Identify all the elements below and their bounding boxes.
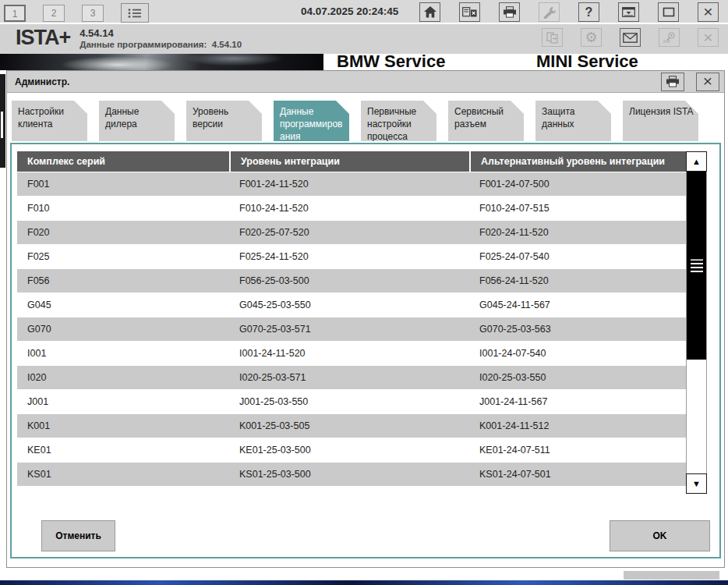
help-button[interactable]: ? [578,2,599,22]
bottom-strip [0,580,728,585]
close-session-button[interactable]: × [698,28,719,47]
printer-icon [503,6,517,18]
workshop-tools-button[interactable] [539,2,560,22]
cell: KS01 [17,463,229,486]
table-body: F001F001-24-11-520F001-24-07-500F010F010… [17,172,691,486]
column-header-1: Комплекс серий [17,151,229,172]
cell: F025-24-11-520 [229,244,469,268]
tab-data-protection[interactable]: Защита данных [535,101,611,141]
cell: G070-25-03-571 [229,317,469,341]
hide-panel-button[interactable] [618,2,639,22]
cell: KS01-24-07-501 [469,463,691,486]
close-app-button[interactable]: × [698,2,719,22]
cell: I020-25-03-550 [469,366,691,389]
scrollbar-grip-icon [691,259,703,272]
mail-button[interactable] [620,28,641,47]
page-button-1[interactable]: 1 [4,5,26,22]
scrollbar-track[interactable] [686,172,707,473]
cell: F001-24-11-520 [229,172,469,196]
table-row[interactable]: KE01KE01-25-03-500KE01-24-07-511 [17,438,691,462]
connection-manager-button[interactable] [459,2,480,22]
maximize-button[interactable] [658,2,679,22]
secondary-toolbar-icons: ⚙ AIR [542,28,719,47]
cell: K001-24-11-512 [469,414,691,438]
app-title-block: ISTA+ 4.54.14 Данные программирования: 4… [16,26,242,50]
ista-app-window: 1 2 3 04.07.2025 20:24:45 [0,0,728,585]
tab-initial-process-settings[interactable]: Первичные настройки процесса [361,101,436,141]
column-header-2: Уровень интеграции [229,151,469,172]
table-row[interactable]: J001J001-25-03-550J001-24-11-567 [17,389,691,413]
home-icon [423,6,437,18]
table-row[interactable]: K001K001-25-03-505K001-24-11-512 [17,414,691,438]
tab-content-panel: Комплекс серийУровень интеграцииАльтерна… [10,143,721,558]
table-row[interactable]: I020I020-25-03-571I020-25-03-550 [17,366,691,389]
home-button[interactable] [419,2,440,22]
printer-icon [666,76,680,87]
dialog-title: Администр. [15,76,69,87]
cell: F010-24-11-520 [229,196,469,220]
maximize-icon [663,7,675,17]
panel-down-icon [622,7,635,17]
cell: F001 [17,172,229,196]
help-icon: ? [585,5,593,20]
background-edge [0,74,5,168]
cell: KE01-25-03-500 [229,438,469,462]
cell: G045-25-03-550 [229,292,469,317]
cell: I020-25-03-571 [229,366,469,389]
page-nav: 1 2 3 [4,3,149,23]
table-row[interactable]: G045G045-25-03-550G045-24-11-567 [17,292,691,317]
brand-row: BMW Service MINI Service [0,54,728,70]
cell: F010 [17,196,229,220]
cell: J001-25-03-550 [229,389,469,413]
tab-dealer-data[interactable]: Данные дилера [99,101,175,141]
operations-list-button[interactable] [121,3,149,23]
taskbar-fragment [624,571,719,580]
table-row[interactable]: F056F056-25-03-500F056-24-11-520 [17,269,691,292]
cell: F025-24-07-540 [469,244,691,268]
cell: G070-25-03-563 [469,317,691,341]
table-row[interactable]: F010F010-24-11-520F010-24-07-515 [17,196,691,220]
page-button-2[interactable]: 2 [43,5,65,22]
dialog-print-button[interactable] [661,73,684,91]
settings-button[interactable]: ⚙ [581,28,602,47]
dialog-close-button[interactable]: × [696,73,719,91]
cell: F056 [17,269,229,292]
page-button-3[interactable]: 3 [82,5,104,22]
table-row[interactable]: I001I001-24-11-520I001-24-07-540 [17,341,691,365]
brand-mini-service: MINI Service [536,51,638,72]
print-button[interactable] [499,2,520,22]
dialog-titlebar: Администр. × [7,71,724,93]
table-header-row: Комплекс серийУровень интеграцииАльтерна… [17,151,691,172]
app-name: ISTA+ [16,26,70,50]
scroll-down-button[interactable]: ▼ [686,473,707,494]
tab-customer-settings[interactable]: Настройки клиента [12,101,87,141]
tab-programming-data[interactable]: Данные программирования [274,101,349,141]
app-version: 4.54.14 [80,27,242,39]
cell: K001-25-03-505 [229,414,469,438]
cancel-button[interactable]: Отменить [41,520,115,551]
svg-text:AIR: AIR [663,39,670,44]
tab-version-level[interactable]: Уровень версии [186,101,262,141]
tab-service-socket[interactable]: Сервисный разъем [448,101,524,141]
close-icon: × [703,73,712,89]
table-row[interactable]: F001F001-24-11-520F001-24-07-500 [17,172,691,196]
cell: F056-25-03-500 [229,269,469,292]
table-row[interactable]: G070G070-25-03-571G070-25-03-563 [17,317,691,341]
table-row[interactable]: KS01KS01-25-03-500KS01-24-07-501 [17,463,691,486]
air-button[interactable]: AIR [659,28,680,47]
scrollbar-thumb[interactable] [687,172,706,360]
table-row[interactable]: F025F025-24-11-520F025-24-07-540 [17,244,691,268]
scroll-up-button[interactable]: ▲ [686,151,707,172]
table-scrollbar: ▲ ▼ [686,151,707,494]
admin-dialog: Администр. × Настройки клиентаДанные [6,70,725,568]
cell: J001 [17,389,229,413]
ok-button[interactable]: OK [610,520,710,551]
tab-ista-license[interactable]: Лицензия ISTA [623,101,698,141]
table-row[interactable]: F020F020-25-07-520F020-24-11-520 [17,221,691,244]
toolbar-icons: ? × [419,2,719,22]
cell: KE01 [17,438,229,462]
copy-report-button[interactable] [542,28,563,47]
cell: I020 [17,366,229,389]
cell: I001-24-07-540 [469,341,691,365]
cell: I001 [17,341,229,365]
